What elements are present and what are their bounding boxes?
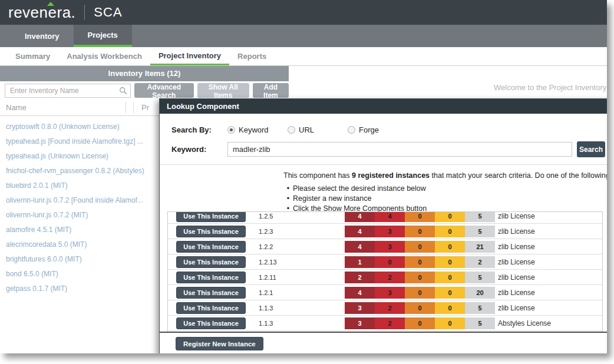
radio-icon[interactable] xyxy=(348,126,355,134)
add-item-button[interactable]: Add Item xyxy=(253,83,289,98)
severity-count-badge: 5 xyxy=(465,272,495,283)
instance-version: 1.2.2 xyxy=(259,239,273,254)
bullet-item: •Register a new instance xyxy=(283,194,607,203)
severity-count-badge: 0 xyxy=(405,317,435,329)
use-this-instance-button[interactable]: Use This Instance xyxy=(176,302,246,314)
use-this-instance-button[interactable]: Use This Instance xyxy=(176,272,246,283)
keyword-label: Keyword: xyxy=(171,145,227,154)
column-header-name[interactable]: Name xyxy=(6,100,27,116)
radio-option-keyword[interactable]: Keyword xyxy=(227,125,270,134)
inventory-search-input[interactable] xyxy=(5,84,131,98)
tab-projects[interactable]: Projects xyxy=(74,25,132,47)
subnav-analysis-workbench[interactable]: Analysis Workbench xyxy=(58,47,150,65)
instance-version: 1.1.3 xyxy=(259,316,273,331)
severity-count-badge: 0 xyxy=(435,302,465,314)
result-instructions: This component has 9 registered instance… xyxy=(160,165,607,213)
instance-row: Use This Instance 1.2.11 22005 zlib Lice… xyxy=(168,270,602,285)
instance-license: zlib License xyxy=(498,285,535,300)
radio-icon[interactable] xyxy=(288,126,295,134)
main-tabbar: Inventory Projects xyxy=(0,25,607,47)
instance-results-list[interactable]: Use This Instance 1.2.5 44005 zlib Licen… xyxy=(167,211,603,332)
advanced-search-button[interactable]: Advanced Search xyxy=(134,83,194,98)
severity-count-badge: 0 xyxy=(435,256,465,268)
instance-row: Use This Instance 1.1.3 32005 zlib Licen… xyxy=(168,300,602,316)
instance-license: zlib License xyxy=(498,211,535,224)
subnav-reports[interactable]: Reports xyxy=(229,47,275,65)
severity-count-badge: 4 xyxy=(345,226,375,237)
use-this-instance-button[interactable]: Use This Instance xyxy=(176,211,246,222)
tab-inventory[interactable]: Inventory xyxy=(11,25,74,47)
instance-row: Use This Instance 1.2.2 430021 zlib Lice… xyxy=(168,239,602,254)
instruction-bullets: •Please select the desired instance belo… xyxy=(283,184,607,213)
use-this-instance-button[interactable]: Use This Instance xyxy=(176,317,246,329)
instance-version: 1.2.3 xyxy=(259,224,273,239)
use-this-instance-button[interactable]: Use This Instance xyxy=(176,241,246,253)
column-header-priority[interactable]: Pr xyxy=(141,100,149,116)
vulnerability-badge-strip: 32005 xyxy=(345,302,495,314)
register-new-instance-button[interactable]: Register New Instance xyxy=(176,337,263,350)
results-separator xyxy=(160,332,607,333)
dialog-form: Search By: KeywordURLForge Keyword: Sear… xyxy=(160,114,607,157)
instance-version: 1.2.1 xyxy=(259,285,273,300)
severity-count-badge: 4 xyxy=(345,287,375,299)
severity-count-badge: 20 xyxy=(465,287,495,299)
severity-count-badge: 5 xyxy=(465,317,495,329)
use-this-instance-button[interactable]: Use This Instance xyxy=(176,287,246,299)
instance-row: Use This Instance 1.2.5 44005 zlib Licen… xyxy=(168,211,602,224)
instance-license: zlib License xyxy=(498,239,535,254)
vulnerability-badge-strip: 430021 xyxy=(345,241,495,253)
severity-count-badge: 2 xyxy=(375,272,405,283)
vulnerability-badge-strip: 10002 xyxy=(345,256,495,268)
severity-count-badge: 0 xyxy=(375,256,405,268)
app-header: revenera. SCA xyxy=(0,0,607,25)
severity-count-badge: 0 xyxy=(405,302,435,314)
vulnerability-badge-strip: 22005 xyxy=(345,272,495,283)
severity-count-badge: 2 xyxy=(375,317,405,329)
severity-count-badge: 0 xyxy=(405,287,435,299)
lookup-component-dialog: Lookup Component Search By: KeywordURLFo… xyxy=(159,98,607,353)
severity-count-badge: 4 xyxy=(375,211,405,222)
radio-option-forge[interactable]: Forge xyxy=(348,125,390,134)
brand-text: revenera. xyxy=(8,4,75,21)
instance-version: 1.2.5 xyxy=(259,211,273,224)
instance-license: zlib License xyxy=(498,270,535,285)
search-icon xyxy=(119,87,127,95)
severity-count-badge: 0 xyxy=(405,241,435,253)
subnav-project-inventory[interactable]: Project Inventory xyxy=(150,47,229,65)
instance-version: 1.1.3 xyxy=(259,300,273,316)
radio-label: Keyword xyxy=(239,125,269,134)
use-this-instance-button[interactable]: Use This Instance xyxy=(176,256,246,268)
revenera-logo: revenera. xyxy=(8,5,75,20)
search-button[interactable]: Search xyxy=(577,141,605,157)
instance-license: zlib License xyxy=(498,300,535,316)
severity-count-badge: 3 xyxy=(375,287,405,299)
use-this-instance-button[interactable]: Use This Instance xyxy=(176,226,246,237)
bullet-item: •Please select the desired instance belo… xyxy=(283,184,607,193)
instance-row: Use This Instance 1.2.1 430020 zlib Lice… xyxy=(168,285,602,300)
inventory-search-row: Advanced Search Show All Items Add Item xyxy=(0,81,289,100)
severity-count-badge: 0 xyxy=(405,272,435,283)
column-divider xyxy=(126,102,126,113)
column-divider xyxy=(133,102,134,113)
radio-option-url[interactable]: URL xyxy=(288,125,330,134)
severity-count-badge: 1 xyxy=(345,256,375,268)
severity-count-badge: 0 xyxy=(435,241,465,253)
subnav-summary[interactable]: Summary xyxy=(7,47,58,65)
keyword-input[interactable] xyxy=(227,142,572,157)
welcome-text: Welcome to the Project Inventory xyxy=(494,83,606,92)
subnav: Summary Analysis Workbench Project Inven… xyxy=(0,47,607,66)
severity-count-badge: 0 xyxy=(435,226,465,237)
bullet-dot: • xyxy=(283,194,293,203)
show-all-items-button[interactable]: Show All Items xyxy=(197,83,249,98)
radio-icon[interactable] xyxy=(227,126,235,134)
severity-count-badge: 2 xyxy=(465,256,495,268)
search-by-label: Search By: xyxy=(171,125,227,134)
bullet-dot: • xyxy=(283,184,293,193)
dialog-title: Lookup Component xyxy=(160,99,607,114)
instance-license: zlib License xyxy=(498,254,535,270)
severity-count-badge: 2 xyxy=(345,272,375,283)
instance-version: 1.2.11 xyxy=(259,270,276,285)
brand-divider xyxy=(84,5,85,20)
severity-count-badge: 3 xyxy=(375,226,405,237)
severity-count-badge: 0 xyxy=(405,256,435,268)
